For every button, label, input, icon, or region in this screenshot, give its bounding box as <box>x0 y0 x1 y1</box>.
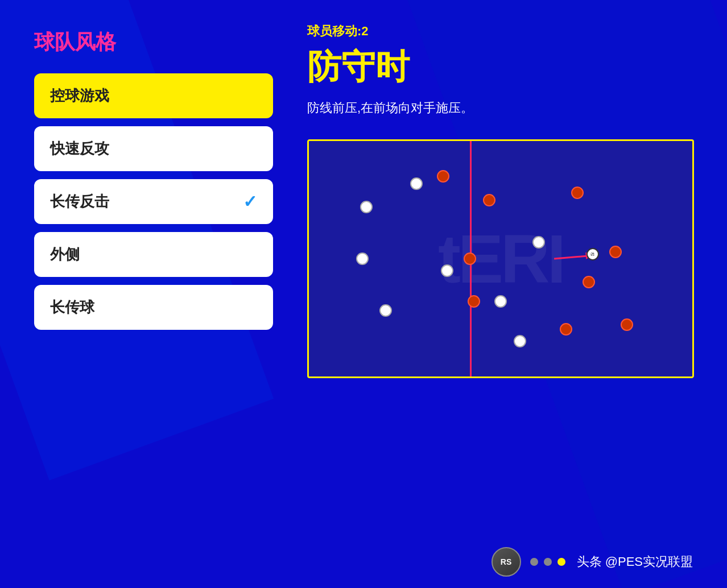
indicator-dot-3 <box>557 558 565 566</box>
player-red-4 <box>468 295 480 308</box>
menu-item-label-4: 外侧 <box>50 245 80 264</box>
rs-label: RS <box>501 557 511 566</box>
player-move-label: 球员移动:2 <box>307 23 694 40</box>
player-red-2 <box>483 194 495 206</box>
player-white-2 <box>410 177 423 190</box>
menu-item-control-game[interactable]: 控球游戏 <box>34 73 273 118</box>
menu-item-label-2: 快速反攻 <box>50 139 109 159</box>
rs-button[interactable]: RS <box>491 547 521 577</box>
menu-item-label-1: 控球游戏 <box>50 86 109 106</box>
menu-item-long-pass[interactable]: 长传球 <box>34 285 273 330</box>
player-red-1 <box>437 170 449 183</box>
player-red-7 <box>583 276 595 288</box>
watermark-text: 头条 @PES实况联盟 <box>577 554 693 569</box>
field-watermark: tERI <box>438 220 563 298</box>
player-red-6 <box>609 246 622 258</box>
player-red-9 <box>621 318 633 331</box>
player-white-4 <box>379 304 392 317</box>
bottom-watermark: 头条 @PES实况联盟 <box>577 553 693 570</box>
player-red-3 <box>464 252 476 265</box>
main-container: 球队风格 控球游戏 快速反攻 长传反击 ✓ 外侧 长传球 <box>0 0 727 588</box>
bottom-bar: RS 头条 @PES实况联盟 <box>0 547 727 577</box>
menu-item-quick-counter[interactable]: 快速反攻 <box>34 126 273 171</box>
indicator-dot-2 <box>544 558 552 566</box>
player-red-8 <box>560 323 572 336</box>
field-diagram: tERI <box>307 139 694 378</box>
player-white-3 <box>441 264 453 277</box>
defense-desc: 防线前压,在前场向对手施压。 <box>307 100 694 117</box>
dot-indicators <box>530 558 565 566</box>
player-red-5 <box>571 187 584 199</box>
player-white-7 <box>494 295 507 308</box>
ball-dot: ⚽ <box>586 248 599 260</box>
menu-list: 控球游戏 快速反攻 长传反击 ✓ 外侧 长传球 <box>34 73 273 330</box>
menu-item-outside[interactable]: 外侧 <box>34 232 273 277</box>
left-panel: 球队风格 控球游戏 快速反攻 长传反击 ✓ 外侧 长传球 <box>34 23 273 565</box>
player-white-6 <box>532 236 545 249</box>
right-panel: 球员移动:2 防守时 防线前压,在前场向对手施压。 tERI <box>273 23 694 565</box>
defense-title: 防守时 <box>307 44 694 90</box>
checkmark-icon: ✓ <box>243 192 257 212</box>
menu-item-long-counter[interactable]: 长传反击 ✓ <box>34 179 273 224</box>
player-white-1 <box>360 201 373 213</box>
menu-item-label-3: 长传反击 <box>50 192 109 212</box>
section-title: 球队风格 <box>34 28 273 56</box>
indicator-dot-1 <box>530 558 538 566</box>
menu-item-label-5: 长传球 <box>50 297 94 317</box>
player-white-8 <box>514 335 526 347</box>
player-white-5 <box>356 252 369 265</box>
